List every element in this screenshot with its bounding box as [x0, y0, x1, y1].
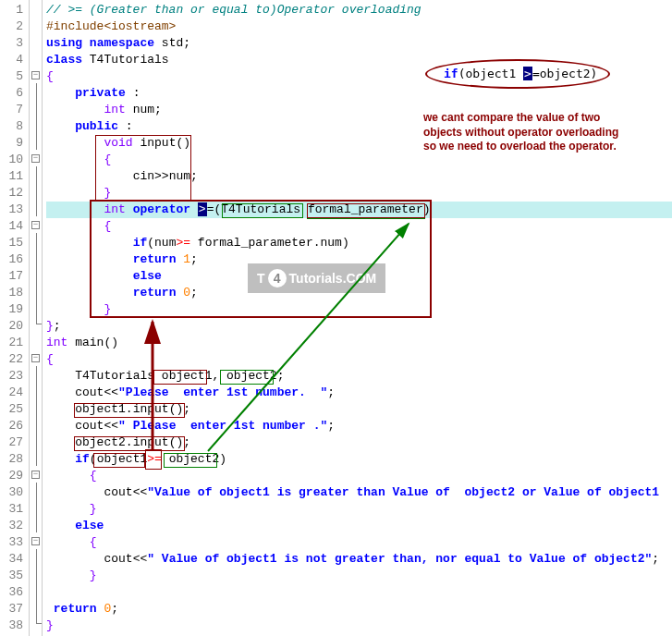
line-number: 37: [2, 601, 23, 618]
fold-toggle[interactable]: −: [30, 150, 42, 166]
line-number: 9: [2, 135, 23, 152]
line-number: 13: [2, 202, 23, 218]
annotation-box-if-object2: [164, 453, 217, 468]
comment: // >= (Greater than or equal to)Operator…: [46, 3, 422, 17]
annotation-box-object2: [220, 370, 274, 385]
line-number: 3: [2, 35, 23, 52]
line-number: 15: [2, 235, 23, 251]
line-number: 28: [2, 451, 23, 468]
watermark: T4Tutorials.COM: [248, 263, 385, 293]
line-number: 32: [2, 518, 23, 534]
line-number: 31: [2, 501, 23, 518]
line-number: 7: [2, 102, 23, 118]
code-area[interactable]: // >= (Greater than or equal to)Operator…: [43, 0, 672, 636]
line-number: 30: [2, 484, 23, 501]
line-number: 23: [2, 368, 23, 385]
line-number: 29: [2, 468, 23, 484]
annotation-underline: [307, 218, 425, 219]
annotation-box-object1: [153, 370, 207, 385]
annotation-box-object1-input: [74, 403, 185, 418]
line-number: 19: [2, 301, 23, 318]
fold-column: − − − − − −: [30, 0, 43, 636]
line-number: 17: [2, 268, 23, 285]
annotation-box-if-op: [145, 449, 162, 470]
line-number: 8: [2, 118, 23, 135]
fold-toggle[interactable]: −: [30, 216, 42, 233]
line-number: 25: [2, 401, 23, 418]
line-number-gutter: 1 2 3 4 5 6 7 8 9 10 11 12 13 14 15 16 1…: [0, 0, 30, 636]
annotation-ellipse-text: if(object1 >=object2): [444, 67, 597, 80]
line-number: 35: [2, 568, 23, 584]
annotation-box-param-type: [222, 203, 303, 218]
annotation-box-input-method: [95, 135, 191, 202]
line-number: 11: [2, 168, 23, 185]
line-number: 1: [2, 2, 23, 18]
line-number: 20: [2, 318, 23, 335]
annotation-box-if-object1: [93, 453, 145, 468]
annotation-box-param-name: [307, 203, 425, 218]
annotation-box-object2-input: [74, 436, 185, 451]
line-number: 21: [2, 335, 23, 351]
line-number: 14: [2, 218, 23, 235]
fold-toggle[interactable]: −: [30, 532, 42, 549]
line-number: 10: [2, 152, 23, 168]
fold-toggle[interactable]: −: [30, 466, 42, 483]
line-number: 26: [2, 418, 23, 434]
line-number: 36: [2, 584, 23, 601]
fold-toggle[interactable]: −: [30, 349, 42, 366]
line-number: 34: [2, 551, 23, 568]
preprocessor: #include<iostream>: [46, 19, 176, 33]
line-number: 16: [2, 251, 23, 268]
line-number: 6: [2, 85, 23, 102]
annotation-note: we cant compare the value of two objects…: [423, 111, 645, 154]
line-number: 27: [2, 434, 23, 451]
line-number: 24: [2, 385, 23, 401]
line-number: 2: [2, 18, 23, 35]
watermark-circle-icon: 4: [268, 269, 287, 287]
code-editor[interactable]: 1 2 3 4 5 6 7 8 9 10 11 12 13 14 15 16 1…: [0, 0, 672, 636]
line-number: 12: [2, 185, 23, 202]
line-number: 4: [2, 52, 23, 68]
line-number: 22: [2, 351, 23, 368]
line-number: 18: [2, 285, 23, 301]
line-number: 5: [2, 68, 23, 85]
line-number: 38: [2, 618, 23, 634]
line-number: 33: [2, 534, 23, 551]
fold-toggle[interactable]: −: [30, 67, 42, 83]
